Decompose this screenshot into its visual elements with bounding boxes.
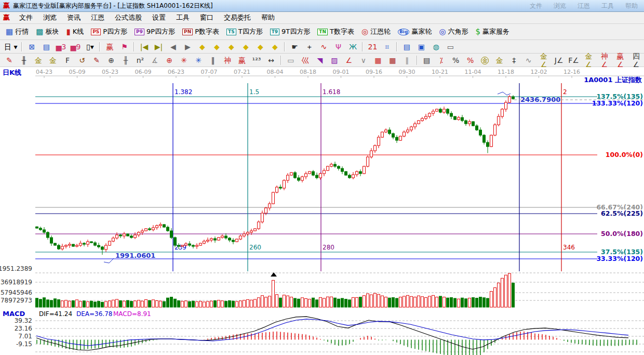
tool-icon-v-check[interactable]: ∨ <box>357 55 370 66</box>
toolbar-button-p-square[interactable]: PSP四方形 <box>88 26 130 37</box>
tool-icon-drag-hand[interactable]: ☛ <box>288 41 301 52</box>
menu-item-1[interactable]: 浏览 <box>38 12 62 23</box>
tool-icon-gold-grid-2[interactable]: 金 <box>46 55 60 66</box>
tool-icon-time-grid[interactable]: ╫ <box>119 55 132 66</box>
menu-item-9[interactable]: 帮助 <box>256 12 280 23</box>
menu-item-8[interactable]: 交易委托 <box>219 12 256 23</box>
toolbar-button-kline[interactable]: ▮K线 <box>63 26 87 37</box>
print-icon: ▭ <box>447 43 454 51</box>
tool-icon-fan-box[interactable]: ◥ <box>313 55 327 66</box>
tool-icon-print[interactable]: ▭ <box>444 41 457 52</box>
toolbar-button-winner-service[interactable]: $赢家服务 <box>472 26 513 37</box>
tool-icon-circle-grid[interactable]: ⊕ <box>104 55 118 66</box>
tool-icon-spiral-tool[interactable]: ↺ <box>75 55 89 66</box>
tool-icon-box-fan[interactable]: ▨ <box>328 55 341 66</box>
tool-icon-ying-line[interactable]: 赢 <box>235 55 249 66</box>
toolbar-button-gann-wheel[interactable]: ◎江恩轮 <box>358 26 394 37</box>
tool-icon-trend-pen[interactable]: ‡ <box>507 55 521 66</box>
tool-icon-candle-style[interactable]: ▯▾ <box>83 41 97 52</box>
tool-icon-n-square[interactable]: n² <box>133 55 147 66</box>
tool-icon-angle-measure[interactable]: ∿ <box>317 41 330 52</box>
tool-icon-prev-bar[interactable]: ◀ <box>166 41 180 52</box>
toolbar-button-winner-wheel[interactable]: Big赢家轮 <box>395 26 435 37</box>
tool-icon-gann-shape[interactable]: Ψ <box>331 41 345 52</box>
tool-icon-expand-horizontal[interactable]: ◆ <box>224 41 238 52</box>
tool-icon-percent-slash[interactable]: ⁒ <box>435 55 448 66</box>
tool-icon-report[interactable]: ▤ <box>400 41 413 52</box>
tool-icon-zoom-out-left[interactable]: ◆ <box>195 41 209 52</box>
toolbar-button-t-number-table[interactable]: TNT数字表 <box>314 26 357 37</box>
tool-icon-color-flag[interactable]: ⚑ <box>117 41 131 52</box>
tool-icon-f-angle[interactable]: F∠ <box>567 55 580 66</box>
title-bar[interactable]: 赢 赢家江恩专业版[赢家内部服务平台] - [上证指数 SH1A0001-162… <box>0 0 644 12</box>
toolbar-button-p-number-table[interactable]: PNP数字表 <box>179 26 222 37</box>
tool-icon-web-grid-2[interactable]: ✳ <box>192 55 205 66</box>
tool-icon-calendar[interactable]: 21 <box>366 41 379 52</box>
toolbar-button-9t-square[interactable]: T99T四方形 <box>267 26 314 37</box>
menu-item-3[interactable]: 江恩 <box>86 12 110 23</box>
tool-icon-wave-tool[interactable]: Ж <box>346 41 359 52</box>
menu-item-5[interactable]: 设置 <box>147 12 171 23</box>
tool-icon-first-bar[interactable]: |◀ <box>137 41 151 52</box>
tool-icon-grid-arrow[interactable]: ▦ <box>386 55 399 66</box>
tool-icon-support-resistance[interactable]: ∿ <box>522 55 535 66</box>
tool-icon-pen-2[interactable]: ✎ <box>90 55 103 66</box>
tool-icon-scale-list[interactable]: ▤ <box>420 55 434 66</box>
tool-icon-period-day[interactable]: 日 ▾ <box>3 41 19 52</box>
tool-icon-calculator[interactable]: ⌗ <box>380 41 394 52</box>
tool-icon-target-circle[interactable]: ⊕ <box>163 55 176 66</box>
svg-text:DEA=36.78: DEA=36.78 <box>76 310 112 318</box>
tool-icon-percent-tool[interactable]: % <box>449 55 463 66</box>
toolbar-button-quotes[interactable]: ▦行情 <box>3 26 32 37</box>
tool-icon-angle-mirror[interactable]: ∡ <box>148 55 162 66</box>
tool-icon-bars-9[interactable]: ▅9 <box>69 41 82 52</box>
tool-icon-box-select[interactable]: ▭ <box>284 55 298 66</box>
toolbar-button-hexagon[interactable]: ◎六角形 <box>436 26 471 37</box>
tool-icon-compress-horizontal[interactable]: ◆ <box>239 41 252 52</box>
calculator-icon: ⌗ <box>385 43 390 51</box>
web-grid-2-icon: ✳ <box>195 56 202 64</box>
tool-icon-gold-circle[interactable]: 金 <box>478 54 492 67</box>
tool-icon-save[interactable]: ▣ <box>414 41 428 52</box>
tool-icon-h-extend[interactable]: ↔ <box>264 55 278 66</box>
tool-icon-bars-3[interactable]: ▅3 <box>54 41 68 52</box>
tool-icon-expand-vertical[interactable]: ◆ <box>268 41 281 52</box>
tool-icon-split-line[interactable]: ‖ <box>206 55 220 66</box>
tool-icon-zoom-in-left[interactable]: ◆ <box>210 41 223 52</box>
tool-icon-win-pattern[interactable]: 赢 <box>103 41 116 52</box>
toolbar-button-9p-square[interactable]: P99P四方形 <box>131 26 178 37</box>
ghost-menu-item-3: 工具 <box>601 2 614 9</box>
tool-icon-info-panel[interactable]: ▤ <box>39 41 53 52</box>
tool-icon-browser[interactable]: ◍ <box>429 41 442 52</box>
tool-icon-fibonacci-tool[interactable]: F <box>61 55 74 66</box>
tool-icon-gold-grid-1[interactable]: 金 <box>32 55 45 66</box>
tool-icon-last-bar[interactable]: ▶| <box>152 41 165 52</box>
hexagon-label: 六角形 <box>448 27 468 36</box>
menu-item-7[interactable]: 窗口 <box>195 12 219 23</box>
tool-icon-parallel-lines[interactable]: ∥ <box>400 55 414 66</box>
tool-icon-draw-pen[interactable]: ✎ <box>3 55 16 66</box>
tool-icon-fan-lines[interactable]: 巛 <box>299 55 312 66</box>
tool-icon-gold-line[interactable]: 金 <box>493 55 506 66</box>
tool-icon-compress-vertical[interactable]: ◆ <box>253 41 267 52</box>
menu-item-0[interactable]: 文件 <box>14 12 38 23</box>
shen-angle-icon: 神∠ <box>601 52 608 69</box>
tool-icon-angle-fan[interactable]: ∠ <box>342 55 356 66</box>
toolbar-button-t-square[interactable]: TST四方形 <box>223 26 266 37</box>
tool-icon-grid-tool[interactable]: ╫ <box>17 55 31 66</box>
menu-item-4[interactable]: 公式选股 <box>110 12 147 23</box>
price-chart-canvas[interactable]: 04-2305-0905-2306-0906-2307-0707-2108-04… <box>0 67 644 355</box>
toolbar-button-sectors[interactable]: ▩板块 <box>33 26 62 37</box>
tool-icon-web-grid-1[interactable]: ✳ <box>177 55 191 66</box>
tool-icon-j-angle[interactable]: J∠ <box>552 55 566 66</box>
ruler-123-icon: ¹²³ <box>252 56 261 64</box>
tool-icon-next-bar[interactable]: ▶ <box>181 41 194 52</box>
menu-item-2[interactable]: 资讯 <box>62 12 86 23</box>
tool-icon-red-grid[interactable]: ▦ <box>371 55 385 66</box>
tool-icon-zone-tool[interactable]: ⊠ <box>25 41 38 52</box>
menu-item-6[interactable]: 工具 <box>171 12 195 23</box>
tool-icon-shen-line[interactable]: 神 <box>221 55 234 66</box>
tool-icon-percent-line[interactable]: % <box>464 55 477 66</box>
tool-icon-ruler-123[interactable]: ¹²³ <box>250 55 263 66</box>
tool-icon-crosshair[interactable]: ＋ <box>302 41 316 52</box>
